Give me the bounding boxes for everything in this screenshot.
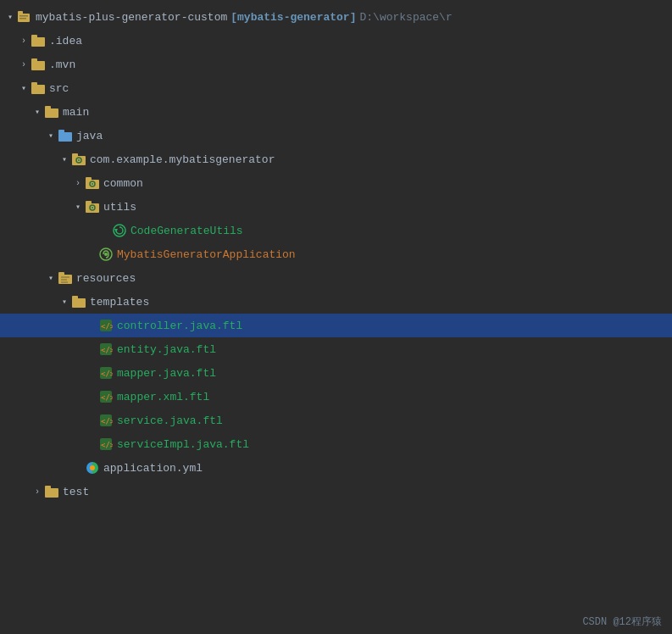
root-chevron: ▾ <box>3 10 17 24</box>
main-folder-item[interactable]: ▾ main <box>0 100 672 124</box>
templates-chevron: ▾ <box>58 295 71 309</box>
bottom-bar-text: CSDN @12程序猿 <box>582 615 662 629</box>
mapper-xml-ftl-item[interactable]: </> mapper.xml.ftl <box>0 385 672 409</box>
service-impl-ftl-item[interactable]: </> serviceImpl.java.ftl <box>0 432 672 456</box>
package-item[interactable]: ▾ com.example.mybatisgenerator <box>0 147 672 171</box>
mvn-folder-icon <box>31 57 46 72</box>
resources-folder-item[interactable]: ▾ resources <box>0 266 672 290</box>
mapper-xml-ftl-label: mapper.xml.ftl <box>117 391 209 403</box>
root-label: mybatis-plus-generator-custom <box>36 11 227 24</box>
utils-chevron: ▾ <box>71 200 85 214</box>
application-yml-label: application.yml <box>103 462 203 475</box>
svg-rect-5 <box>31 35 37 39</box>
test-folder-icon <box>44 484 59 499</box>
service-ftl-icon: </> <box>98 413 114 428</box>
code-gen-icon <box>112 223 127 238</box>
main-folder-icon <box>44 104 59 120</box>
spring-icon <box>98 247 114 262</box>
application-yml-icon <box>85 460 100 475</box>
svg-text:</>: </> <box>101 322 113 331</box>
svg-text:</>: </> <box>101 346 113 354</box>
src-chevron: ▾ <box>17 81 31 95</box>
templates-folder-item[interactable]: ▾ templates <box>0 290 672 314</box>
svg-text:</>: </> <box>101 393 113 402</box>
svg-rect-3 <box>19 18 26 19</box>
java-folder-item[interactable]: ▾ java <box>0 124 672 147</box>
mapper-xml-ftl-icon: </> <box>98 389 114 404</box>
resources-label: resources <box>76 272 136 285</box>
mapper-java-ftl-label: mapper.java.ftl <box>117 367 216 380</box>
resources-chevron: ▾ <box>44 271 58 285</box>
main-chevron: ▾ <box>31 105 44 119</box>
resources-folder-icon <box>58 270 73 286</box>
root-item[interactable]: ▾ mybatis-plus-generator-custom [mybatis… <box>0 5 672 29</box>
java-chevron: ▾ <box>44 129 58 142</box>
svg-rect-9 <box>31 82 37 86</box>
svg-point-21 <box>92 183 93 185</box>
java-folder-icon <box>58 128 73 143</box>
svg-rect-13 <box>58 130 64 134</box>
src-folder-icon <box>31 81 46 96</box>
entity-ftl-label: entity.java.ftl <box>117 343 216 356</box>
java-label: java <box>76 130 103 142</box>
idea-chevron: › <box>17 34 31 47</box>
mapper-java-ftl-icon: </> <box>98 365 114 381</box>
idea-folder-item[interactable]: › .idea <box>0 29 672 53</box>
utils-folder-icon <box>85 199 100 214</box>
main-label: main <box>63 106 89 119</box>
package-chevron: ▾ <box>58 153 71 166</box>
common-folder-item[interactable]: › common <box>0 171 672 195</box>
mybatis-gen-app-item[interactable]: MybatisGeneratorApplication <box>0 242 672 266</box>
svg-text:</>: </> <box>101 417 113 425</box>
svg-point-25 <box>92 207 93 209</box>
svg-rect-23 <box>86 201 92 205</box>
svg-rect-15 <box>72 153 78 158</box>
svg-rect-19 <box>86 177 92 181</box>
package-icon <box>71 152 86 167</box>
root-branch: [mybatis-generator] <box>230 11 356 24</box>
root-path: D:\workspace\r <box>359 11 452 24</box>
mapper-java-ftl-item[interactable]: </> mapper.java.ftl <box>0 361 672 385</box>
templates-folder-icon <box>71 294 86 309</box>
test-label: test <box>63 486 89 498</box>
controller-ftl-icon: </> <box>98 318 114 333</box>
mvn-folder-item[interactable]: › .mvn <box>0 53 672 76</box>
svg-text:</>: </> <box>101 370 113 378</box>
file-tree: ▾ mybatis-plus-generator-custom [mybatis… <box>0 0 672 509</box>
svg-rect-1 <box>18 11 23 14</box>
mybatis-gen-app-label: MybatisGeneratorApplication <box>117 248 296 261</box>
controller-ftl-label: controller.java.ftl <box>117 320 242 332</box>
code-gen-utils-label: CodeGenerateUtils <box>131 225 243 237</box>
svg-point-50 <box>90 465 95 470</box>
mvn-chevron: › <box>17 58 31 71</box>
service-ftl-item[interactable]: </> service.java.ftl <box>0 409 672 432</box>
common-chevron: › <box>71 176 85 190</box>
idea-label: .idea <box>49 35 82 47</box>
src-folder-item[interactable]: ▾ src <box>0 76 672 100</box>
bottom-bar: CSDN @12程序猿 <box>503 609 672 634</box>
svg-rect-7 <box>31 58 37 63</box>
svg-point-29 <box>104 253 108 256</box>
svg-rect-52 <box>45 486 51 490</box>
svg-marker-27 <box>114 229 118 232</box>
service-impl-ftl-label: serviceImpl.java.ftl <box>117 438 249 451</box>
code-gen-utils-item[interactable]: CodeGenerateUtils <box>0 219 672 242</box>
svg-rect-2 <box>19 15 28 17</box>
entity-ftl-item[interactable]: </> entity.java.ftl <box>0 337 672 361</box>
utils-label: utils <box>103 201 136 214</box>
svg-rect-31 <box>58 272 64 276</box>
utils-folder-item[interactable]: ▾ utils <box>0 195 672 219</box>
src-label: src <box>49 82 69 95</box>
service-impl-ftl-icon: </> <box>98 437 114 452</box>
idea-folder-icon <box>31 33 46 48</box>
controller-ftl-item[interactable]: </> controller.java.ftl <box>0 314 672 337</box>
test-chevron: › <box>31 485 44 498</box>
common-folder-icon <box>85 175 100 191</box>
application-yml-item[interactable]: application.yml <box>0 456 672 480</box>
module-icon <box>17 9 32 25</box>
svg-point-17 <box>78 159 80 161</box>
service-ftl-label: service.java.ftl <box>117 414 223 427</box>
templates-label: templates <box>90 296 149 309</box>
test-folder-item[interactable]: › test <box>0 480 672 503</box>
svg-text:</>: </> <box>101 441 113 449</box>
